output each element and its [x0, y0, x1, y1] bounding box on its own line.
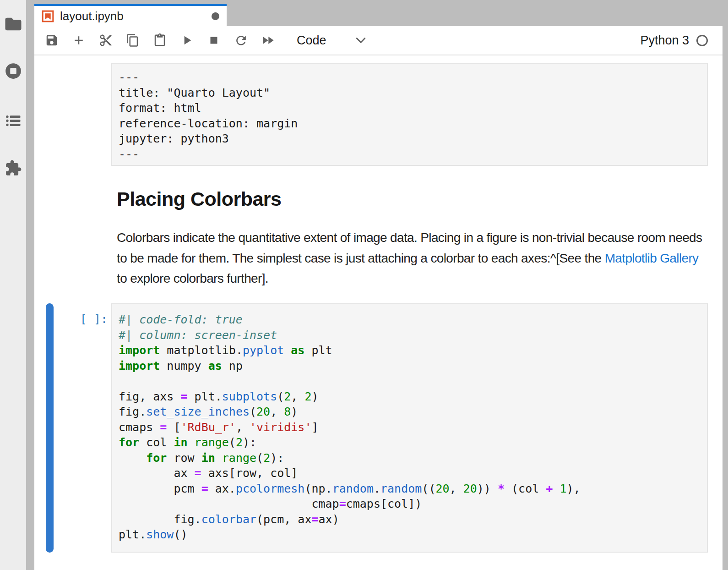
scissors-icon: [99, 33, 113, 47]
markdown-heading: Placing Colorbars: [117, 187, 710, 210]
code-line: import matplotlib.pyplot as plt: [119, 343, 701, 358]
table-of-contents-icon[interactable]: [4, 111, 22, 130]
code-line: format: html: [119, 100, 701, 116]
running-sessions-icon[interactable]: [4, 62, 22, 80]
code-line: fig.set_size_inches(20, 8): [119, 404, 701, 420]
code-line: plt.show(): [119, 527, 701, 543]
code-line: [119, 373, 701, 389]
code-line: ---: [119, 70, 701, 85]
code-line: cmaps = ['RdBu_r', 'viridis']: [119, 420, 701, 435]
code-line: fig.colorbar(pcm, ax=ax): [119, 512, 701, 527]
markdown-cell[interactable]: Placing Colorbars Colorbars indicate the…: [117, 187, 710, 289]
cell-type-value: Code: [297, 33, 326, 48]
save-icon: [45, 33, 59, 47]
code-line: for col in range(2):: [119, 435, 701, 450]
run-button[interactable]: [179, 33, 194, 48]
chevron-down-icon: [356, 37, 366, 44]
jupyterlab-window: layout.ipynb: [0, 0, 728, 570]
file-browser-icon[interactable]: [4, 15, 22, 33]
fast-forward-icon: [261, 33, 275, 48]
notebook-content: ---title: "Quarto Layout"format: htmlref…: [34, 55, 723, 570]
save-button[interactable]: [44, 33, 59, 48]
insert-cell-button[interactable]: [71, 33, 86, 48]
code-cell-editor: #| code-fold: true#| column: screen-inse…: [119, 312, 701, 543]
left-activity-bar: [0, 0, 26, 570]
puzzle-icon: [5, 159, 22, 177]
active-cell-indicator[interactable]: [46, 303, 54, 553]
code-line: pcm = ax.pcolormesh(np.random.random((20…: [119, 481, 701, 497]
code-line: cmap=cmaps[col]): [119, 496, 701, 512]
code-line: reference-location: margin: [119, 116, 701, 132]
restart-kernel-button[interactable]: [234, 33, 248, 48]
kernel-name[interactable]: Python 3: [640, 33, 689, 48]
tab-bar: layout.ipynb: [34, 0, 723, 26]
unsaved-changes-dot: [212, 12, 219, 20]
stop-icon: [207, 33, 221, 47]
sidebar-divider: [26, 0, 34, 570]
stop-circle-icon: [4, 62, 22, 80]
notebook-toolbar: Code Python 3: [34, 26, 723, 55]
folder-icon: [4, 16, 22, 32]
code-line: title: "Quarto Layout": [119, 85, 701, 101]
code-cell[interactable]: #| code-fold: true#| column: screen-inse…: [111, 303, 708, 553]
markdown-paragraph: Colorbars indicate the quantitative exte…: [117, 228, 710, 289]
copy-icon: [126, 33, 140, 47]
paste-button[interactable]: [152, 33, 167, 48]
code-line: for row in range(2):: [119, 450, 701, 466]
tab-layout-ipynb[interactable]: layout.ipynb: [34, 4, 227, 26]
code-line: jupyter: python3: [119, 131, 701, 147]
run-all-button[interactable]: [261, 33, 275, 48]
copy-button[interactable]: [125, 33, 140, 48]
matplotlib-gallery-link[interactable]: Matplotlib Gallery: [605, 251, 699, 265]
raw-cell-frontmatter[interactable]: ---title: "Quarto Layout"format: htmlref…: [111, 63, 708, 166]
code-line: fig, axs = plt.subplots(2, 2): [119, 389, 701, 405]
list-icon: [5, 112, 22, 129]
right-edge: [723, 0, 728, 570]
cut-button[interactable]: [98, 33, 113, 48]
clipboard-icon: [153, 33, 167, 47]
code-line: ax = axs[row, col]: [119, 466, 701, 481]
paragraph-text: to explore colorbars further].: [117, 271, 268, 285]
cell-input-prompt: [ ]:: [54, 312, 108, 327]
code-line: #| column: screen-inset: [119, 328, 701, 343]
play-icon: [179, 33, 194, 48]
code-line: ---: [119, 147, 701, 162]
interrupt-kernel-button[interactable]: [206, 33, 221, 48]
plus-icon: [72, 33, 86, 47]
extension-manager-icon[interactable]: [4, 159, 22, 177]
main-area: layout.ipynb: [34, 0, 723, 570]
notebook-icon: [40, 9, 55, 24]
kernel-status-icon[interactable]: [696, 35, 708, 46]
raw-cell-editor: ---title: "Quarto Layout"format: htmlref…: [119, 70, 701, 162]
cell-type-dropdown[interactable]: Code: [297, 33, 366, 48]
tab-title: layout.ipynb: [60, 9, 124, 23]
refresh-icon: [234, 33, 248, 48]
code-line: import numpy as np: [119, 358, 701, 374]
code-line: #| code-fold: true: [119, 312, 701, 328]
